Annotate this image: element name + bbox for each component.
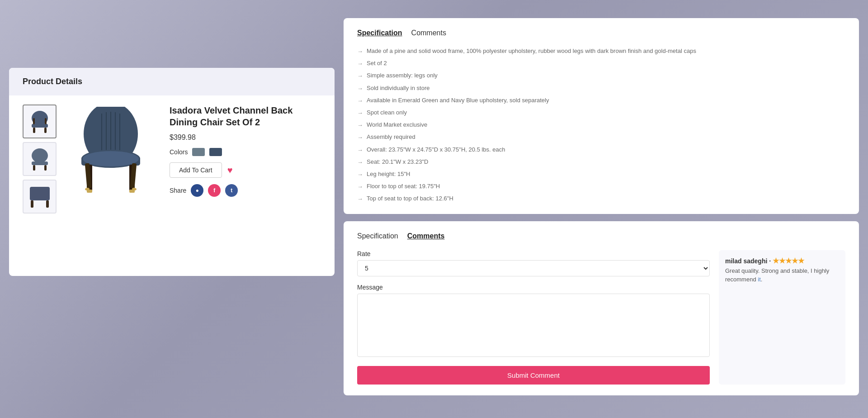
product-details-header: Product Details xyxy=(9,68,335,95)
thumbnail-2[interactable] xyxy=(23,142,57,176)
tab-specification-top[interactable]: Specification xyxy=(357,29,402,38)
twitter-share-icon[interactable]: t xyxy=(225,184,238,197)
product-main: Isadora Velvet Channel Back Dining Chair… xyxy=(9,95,335,223)
product-price: $399.98 xyxy=(170,133,321,142)
spec-list-item: →Made of a pine and solid wood frame, 10… xyxy=(357,47,845,56)
review-text: Great quality. Strong and stable, I high… xyxy=(725,267,839,283)
arrow-icon: → xyxy=(357,48,363,56)
spec-list-item: →Sold individually in store xyxy=(357,84,845,93)
specification-card: Specification Comments →Made of a pine a… xyxy=(344,18,859,214)
wishlist-heart-icon[interactable]: ♥ xyxy=(227,165,233,176)
spec-item-text: Floor to top of seat: 19.75"H xyxy=(367,182,440,190)
spec-list-item: →Available in Emerald Green and Navy Blu… xyxy=(357,96,845,105)
spec-item-text: Seat: 20.1"W x 23.23"D xyxy=(367,158,428,166)
svg-point-21 xyxy=(83,151,139,166)
share-label: Share xyxy=(170,187,186,194)
arrow-icon: → xyxy=(357,60,363,68)
review-stars: ★★★★★ xyxy=(773,257,804,265)
comments-card: Specification Comments Rate 12345 Messag… xyxy=(344,221,859,395)
tab-comments-top[interactable]: Comments xyxy=(411,29,446,38)
spec-list-item: →Overall: 23.75"W x 24.75"D x 30.75"H, 2… xyxy=(357,146,845,154)
comments-bottom-section: Rate 12345 Message Submit Comment milad … xyxy=(357,250,845,385)
add-to-cart-button[interactable]: Add To Cart xyxy=(170,162,222,178)
arrow-icon: → xyxy=(357,133,363,142)
comment-review-box: milad sadeghi · ★★★★★ Great quality. Str… xyxy=(719,250,845,385)
spec-item-text: Available in Emerald Green and Navy Blue… xyxy=(367,96,549,104)
instagram-share-icon[interactable]: ● xyxy=(191,184,203,197)
svg-rect-4 xyxy=(33,118,35,124)
svg-rect-5 xyxy=(45,118,47,124)
spec-list-item: →Simple assembly: legs only xyxy=(357,71,845,80)
colors-label: Colors xyxy=(170,148,188,156)
svg-rect-12 xyxy=(46,200,49,208)
svg-rect-8 xyxy=(33,165,35,171)
add-to-cart-row: Add To Cart ♥ xyxy=(170,162,321,178)
thumbnail-3[interactable] xyxy=(23,180,57,214)
spec-tabs-row: Specification Comments xyxy=(357,29,845,38)
spec-list-item: →Floor to top of seat: 19.75"H xyxy=(357,182,845,191)
svg-rect-11 xyxy=(31,200,33,208)
svg-rect-1 xyxy=(32,124,48,128)
arrow-icon: → xyxy=(357,72,363,80)
thumb-chair-icon-3 xyxy=(26,183,53,210)
arrow-icon: → xyxy=(357,97,363,105)
thumb-chair-icon-1 xyxy=(26,108,53,135)
spec-item-text: Made of a pine and solid wood frame, 100… xyxy=(367,47,696,55)
spec-list-item: →Seat: 20.1"W x 23.23"D xyxy=(357,158,845,166)
spec-item-text: Simple assembly: legs only xyxy=(367,71,438,80)
main-product-image xyxy=(66,104,156,204)
thumbnail-list xyxy=(23,104,57,214)
specification-list: →Made of a pine and solid wood frame, 10… xyxy=(357,47,845,203)
spec-item-text: Spot clean only xyxy=(367,109,407,117)
arrow-icon: → xyxy=(357,85,363,93)
svg-rect-7 xyxy=(32,162,48,165)
message-textarea[interactable] xyxy=(357,294,710,357)
share-row: Share ● f t xyxy=(170,184,321,197)
arrow-icon: → xyxy=(357,146,363,154)
spec-item-text: Overall: 23.75"W x 24.75"D x 30.75"H, 20… xyxy=(367,146,505,154)
spec-list-item: →Assembly required xyxy=(357,133,845,142)
rate-select[interactable]: 12345 xyxy=(357,260,710,276)
thumbnail-1[interactable] xyxy=(23,104,57,138)
left-panel: Product Details xyxy=(9,68,335,276)
tab-specification-bottom[interactable]: Specification xyxy=(357,232,398,241)
svg-rect-3 xyxy=(44,128,47,133)
arrow-icon: → xyxy=(357,109,363,117)
product-details-title: Product Details xyxy=(23,77,321,86)
spec-list-item: →Set of 2 xyxy=(357,59,845,68)
spec-item-text: World Market exclusive xyxy=(367,121,427,129)
tab-comments-bottom[interactable]: Comments xyxy=(407,232,445,241)
rate-label: Rate xyxy=(357,250,710,257)
arrow-icon: → xyxy=(357,171,363,179)
arrow-icon: → xyxy=(357,195,363,203)
colors-row: Colors xyxy=(170,148,321,156)
spec-list-item: →Leg height: 15"H xyxy=(357,170,845,179)
svg-rect-2 xyxy=(33,128,35,133)
spec-item-text: Leg height: 15"H xyxy=(367,170,410,178)
product-info: Isadora Velvet Channel Back Dining Chair… xyxy=(165,104,321,197)
spec-list-item: →World Market exclusive xyxy=(357,121,845,129)
spec-item-text: Top of seat to top of back: 12.6"H xyxy=(367,195,453,203)
reviewer-name: milad sadeghi · ★★★★★ xyxy=(725,256,839,265)
message-label: Message xyxy=(357,284,710,291)
facebook-share-icon[interactable]: f xyxy=(208,184,221,197)
spec-list-item: →Top of seat to top of back: 12.6"H xyxy=(357,195,845,203)
svg-rect-10 xyxy=(30,187,50,200)
arrow-icon: → xyxy=(357,158,363,166)
product-title: Isadora Velvet Channel Back Dining Chair… xyxy=(170,104,321,128)
main-chair-svg xyxy=(68,107,154,202)
arrow-icon: → xyxy=(357,183,363,191)
submit-comment-button[interactable]: Submit Comment xyxy=(357,366,710,385)
color-swatch-1[interactable] xyxy=(192,148,205,156)
color-swatch-2[interactable] xyxy=(209,148,222,156)
svg-rect-9 xyxy=(44,165,47,171)
spec-item-text: Assembly required xyxy=(367,133,415,141)
spec-item-text: Set of 2 xyxy=(367,59,387,67)
spec-list-item: →Spot clean only xyxy=(357,109,845,117)
arrow-icon: → xyxy=(357,121,363,129)
comments-tabs-row: Specification Comments xyxy=(357,232,845,241)
thumb-chair-icon-2 xyxy=(26,146,53,173)
spec-item-text: Sold individually in store xyxy=(367,84,429,92)
svg-point-6 xyxy=(32,148,48,163)
right-panel: Specification Comments →Made of a pine a… xyxy=(344,18,859,395)
